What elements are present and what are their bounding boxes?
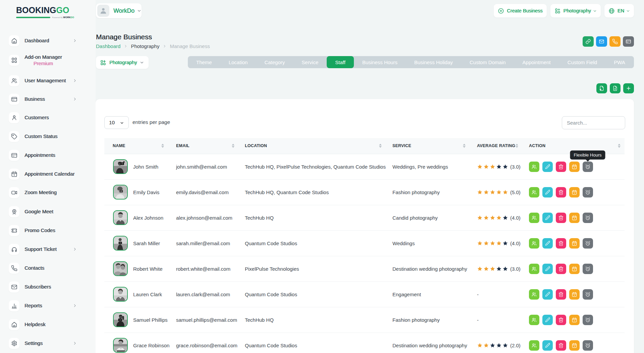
assign-users-button[interactable]	[529, 238, 539, 249]
sort-icon[interactable]	[232, 144, 234, 148]
import-button[interactable]	[610, 83, 621, 93]
tab-staff[interactable]: Staff	[327, 56, 354, 68]
tab-custom-domain[interactable]: Custom Domain	[461, 56, 514, 68]
tab-theme[interactable]: Theme	[188, 56, 220, 68]
calendar-icon	[572, 215, 577, 221]
sidebar-item-appointment-calendar[interactable]: Appointment Calendar	[0, 165, 96, 183]
column-header-email[interactable]: EMAIL	[168, 138, 238, 154]
delete-button[interactable]	[556, 340, 566, 351]
delete-button[interactable]	[556, 162, 566, 172]
calendar-button[interactable]	[569, 162, 580, 172]
delete-button[interactable]	[556, 187, 566, 197]
calendar-button[interactable]	[569, 187, 580, 197]
column-header-name[interactable]: NAME	[104, 138, 168, 154]
business-switch-dropdown[interactable]: Photography	[550, 4, 601, 17]
flexible-hours-button[interactable]	[583, 340, 593, 351]
assign-users-button[interactable]	[529, 213, 539, 223]
sidebar-item-custom-status[interactable]: Custom Status	[0, 127, 96, 146]
assign-users-button[interactable]	[529, 264, 539, 274]
edit-button[interactable]	[542, 187, 553, 197]
sidebar-item-settings[interactable]: Settings	[0, 334, 96, 353]
staff-service: Weddings	[386, 230, 470, 256]
edit-button[interactable]	[542, 238, 553, 249]
calendar-button[interactable]	[569, 213, 580, 223]
copy-link-button[interactable]	[583, 36, 594, 47]
edit-button[interactable]	[542, 340, 553, 351]
assign-users-button[interactable]	[529, 187, 539, 197]
tab-appointment[interactable]: Appointment	[514, 56, 559, 68]
sidebar-item-contacts[interactable]: Contacts	[0, 259, 96, 277]
sidebar-item-helpdesk[interactable]: Helpdesk	[0, 315, 96, 334]
delete-button[interactable]	[556, 238, 566, 249]
sort-icon[interactable]	[516, 144, 518, 148]
entries-per-page-select[interactable]: 10	[104, 116, 129, 129]
delete-button[interactable]	[556, 289, 566, 300]
tab-pwa[interactable]: PWA	[605, 56, 634, 68]
mail-button[interactable]	[596, 36, 607, 47]
calendar-button[interactable]	[569, 238, 580, 249]
calendar-button[interactable]	[569, 315, 580, 325]
sidebar-item-reports[interactable]: Reports	[0, 296, 96, 315]
ticket-icon	[9, 225, 19, 236]
edit-button[interactable]	[542, 264, 553, 274]
sort-icon[interactable]	[463, 144, 466, 148]
sidebar-item-dashboard[interactable]: Dashboard	[0, 31, 96, 50]
sort-icon[interactable]	[618, 144, 621, 148]
language-dropdown[interactable]: EN	[604, 4, 634, 17]
export-button[interactable]	[596, 83, 607, 93]
tab-location[interactable]: Location	[220, 56, 256, 68]
sidebar-item-promo-codes[interactable]: Promo Codes	[0, 221, 96, 240]
tab-business-holiday[interactable]: Business Holiday	[406, 56, 461, 68]
add-staff-button[interactable]	[623, 83, 634, 93]
tab-category[interactable]: Category	[256, 56, 293, 68]
users-icon	[531, 189, 537, 195]
staff-location: TechHub HQ, PixelPulse Technologies, Qua…	[238, 154, 386, 179]
calendar-button[interactable]	[569, 264, 580, 274]
flexible-hours-button[interactable]	[583, 213, 593, 223]
sidebar-item-zoom-meeting[interactable]: Zoom Meeting	[0, 183, 96, 202]
tab-service[interactable]: Service	[293, 56, 327, 68]
calendar-button[interactable]	[569, 340, 580, 351]
assign-users-button[interactable]	[529, 162, 539, 172]
flexible-hours-button[interactable]	[583, 238, 593, 249]
flexible-hours-button[interactable]	[583, 264, 593, 274]
sidebar-item-support-ticket[interactable]: Support Ticket	[0, 240, 96, 259]
edit-button[interactable]	[542, 289, 553, 300]
delete-button[interactable]	[556, 213, 566, 223]
column-header-location[interactable]: LOCATION	[238, 138, 386, 154]
sidebar-item-add-on-manager[interactable]: Add-on ManagerPremium	[0, 49, 96, 72]
edit-button[interactable]	[542, 315, 553, 325]
sidebar-item-business[interactable]: Business	[0, 90, 96, 108]
assign-users-button[interactable]	[529, 340, 539, 351]
edit-button[interactable]	[542, 213, 553, 223]
flexible-hours-button[interactable]	[583, 289, 593, 300]
tab-custom-field[interactable]: Custom Field	[559, 56, 605, 68]
sidebar-item-subscribers[interactable]: Subscribers	[0, 277, 96, 296]
assign-users-button[interactable]	[529, 289, 539, 300]
column-header-service[interactable]: SERVICE	[386, 138, 470, 154]
workspace-dropdown[interactable]: WorkDo	[96, 3, 142, 18]
sort-icon[interactable]	[379, 144, 382, 148]
edit-button[interactable]	[542, 162, 553, 172]
flexible-hours-button[interactable]	[583, 315, 593, 325]
search-input[interactable]	[562, 116, 625, 129]
assign-users-button[interactable]	[529, 315, 539, 325]
delete-button[interactable]	[556, 315, 566, 325]
sidebar-item-google-meet[interactable]: Google Meet	[0, 202, 96, 221]
breadcrumb-dashboard[interactable]: Dashboard	[96, 43, 120, 49]
tab-business-hours[interactable]: Business Hours	[354, 56, 406, 68]
sidebar-item-user-management[interactable]: User Management	[0, 71, 96, 90]
phone-button[interactable]	[609, 36, 621, 47]
sidebar-item-appointments[interactable]: Appointments	[0, 146, 96, 165]
business-select[interactable]: Photography	[96, 56, 149, 69]
sort-icon[interactable]	[161, 144, 164, 148]
create-business-button[interactable]: Create Business	[494, 4, 546, 17]
sidebar-item-customers[interactable]: Customers	[0, 108, 96, 127]
flexible-hours-button[interactable]	[583, 187, 593, 197]
column-header-average-rating[interactable]: AVERAGE RATING	[470, 138, 522, 154]
payment-button[interactable]	[623, 36, 634, 47]
calendar-button[interactable]	[569, 289, 580, 300]
delete-button[interactable]	[556, 264, 566, 274]
staff-service: Candid photography	[386, 205, 470, 230]
flexible-hours-button[interactable]	[583, 162, 593, 172]
